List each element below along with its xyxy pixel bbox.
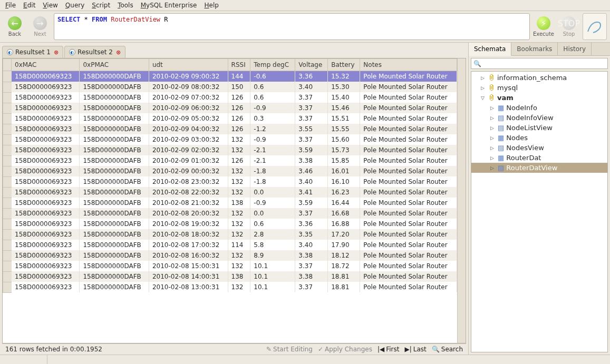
menu-query[interactable]: Query: [65, 2, 84, 9]
table-cell[interactable]: -1.8: [250, 176, 295, 187]
query-editor[interactable]: SELECT * FROM RouterDatView R: [54, 13, 530, 40]
row-selector[interactable]: [3, 92, 12, 103]
table-cell[interactable]: 158D0000069323: [12, 187, 80, 198]
table-cell[interactable]: 3.59: [295, 145, 328, 155]
table-cell[interactable]: Pole Mounted Solar Router: [360, 134, 457, 145]
row-selector[interactable]: [3, 134, 12, 145]
table-cell[interactable]: 158D0000069323: [12, 82, 80, 92]
table-cell[interactable]: Pole Mounted Solar Router: [360, 166, 457, 176]
menu-tools[interactable]: Tools: [118, 2, 133, 9]
table-cell[interactable]: 2010-02-08 22:00:32: [149, 187, 228, 198]
table-cell[interactable]: 158D0000069323: [12, 155, 80, 166]
table-cell[interactable]: 10.1: [250, 271, 295, 282]
table-cell[interactable]: 2010-02-08 18:00:32: [149, 229, 228, 240]
column-header[interactable]: 0xMAC: [12, 59, 80, 71]
table-cell[interactable]: 158D000000DAFB: [80, 261, 149, 271]
menu-file[interactable]: File: [5, 2, 16, 9]
table-cell[interactable]: 17.90: [328, 240, 360, 250]
row-selector[interactable]: [3, 145, 12, 155]
table-cell[interactable]: 158D0000069323: [12, 240, 80, 250]
table-cell[interactable]: 126: [228, 113, 250, 124]
table-cell[interactable]: -2.1: [250, 155, 295, 166]
table-cell[interactable]: 0.0: [250, 208, 295, 219]
table-cell[interactable]: 158D0000069323: [12, 71, 80, 82]
table-cell[interactable]: 15.73: [328, 145, 360, 155]
table-cell[interactable]: 158D000000DAFB: [80, 92, 149, 103]
table-cell[interactable]: Pole Mounted Solar Router: [360, 240, 457, 250]
table-row[interactable]: 158D0000069323158D000000DAFB2010-02-09 0…: [3, 145, 457, 155]
table-cell[interactable]: Pole Mounted Solar Router: [360, 250, 457, 261]
row-selector[interactable]: [3, 229, 12, 240]
table-cell[interactable]: 15.51: [328, 113, 360, 124]
table-cell[interactable]: 15.40: [328, 92, 360, 103]
table-cell[interactable]: 2010-02-09 01:00:32: [149, 155, 228, 166]
table-cell[interactable]: 126: [228, 92, 250, 103]
table-cell[interactable]: 132: [228, 282, 250, 292]
table-cell[interactable]: 158D000000DAFB: [80, 113, 149, 124]
table-row[interactable]: 158D0000069323158D000000DAFB2010-02-08 1…: [3, 282, 457, 292]
table-cell[interactable]: 17.20: [328, 229, 360, 240]
table-cell[interactable]: 158D000000DAFB: [80, 187, 149, 198]
table-cell[interactable]: 158D0000069323: [12, 92, 80, 103]
menu-view[interactable]: View: [43, 2, 57, 9]
back-button[interactable]: ← Back: [3, 13, 26, 40]
table-row[interactable]: 158D0000069323158D000000DAFB2010-02-08 1…: [3, 229, 457, 240]
table-row[interactable]: 158D0000069323158D000000DAFB2010-02-09 0…: [3, 92, 457, 103]
stop-button[interactable]: STOP Stop: [557, 13, 580, 40]
table-cell[interactable]: 16.88: [328, 219, 360, 229]
table-cell[interactable]: Pole Mounted Solar Router: [360, 271, 457, 282]
table-cell[interactable]: -1.8: [250, 166, 295, 176]
column-header[interactable]: 0xPMAC: [80, 59, 149, 71]
table-cell[interactable]: Pole Mounted Solar Router: [360, 155, 457, 166]
table-cell[interactable]: 15.55: [328, 124, 360, 134]
expand-icon[interactable]: ▽: [481, 95, 486, 101]
table-row[interactable]: 158D0000069323158D000000DAFB2010-02-08 1…: [3, 261, 457, 271]
table-cell[interactable]: 0.6: [250, 219, 295, 229]
table-row[interactable]: 158D0000069323158D000000DAFB2010-02-08 2…: [3, 176, 457, 187]
table-cell[interactable]: 132: [228, 134, 250, 145]
table-cell[interactable]: 10.1: [250, 261, 295, 271]
table-cell[interactable]: 158D0000069323: [12, 166, 80, 176]
table-cell[interactable]: 126: [228, 103, 250, 113]
table-cell[interactable]: 158D0000069323: [12, 103, 80, 113]
tree-item-nodesview[interactable]: ▷▤NodesView: [471, 143, 607, 153]
table-cell[interactable]: 15.30: [328, 82, 360, 92]
table-cell[interactable]: 15.60: [328, 134, 360, 145]
row-selector[interactable]: [3, 250, 12, 261]
table-cell[interactable]: 2010-02-08 13:00:31: [149, 282, 228, 292]
table-cell[interactable]: 3.41: [295, 187, 328, 198]
column-header[interactable]: RSSI: [228, 59, 250, 71]
tree-item-nodelistview[interactable]: ▷▤NodeListView: [471, 123, 607, 133]
table-row[interactable]: 158D0000069323158D000000DAFB2010-02-09 0…: [3, 155, 457, 166]
table-cell[interactable]: 2010-02-09 05:00:32: [149, 113, 228, 124]
table-cell[interactable]: 158D0000069323: [12, 198, 80, 208]
table-cell[interactable]: -0.9: [250, 134, 295, 145]
table-cell[interactable]: 3.36: [295, 71, 328, 82]
table-cell[interactable]: 2010-02-09 08:00:32: [149, 82, 228, 92]
last-button[interactable]: ▶| Last: [404, 346, 426, 353]
table-cell[interactable]: -0.9: [250, 103, 295, 113]
table-cell[interactable]: Pole Mounted Solar Router: [360, 92, 457, 103]
expand-icon[interactable]: ▷: [481, 75, 486, 81]
table-cell[interactable]: Pole Mounted Solar Router: [360, 282, 457, 292]
table-row[interactable]: 158D0000069323158D000000DAFB2010-02-08 1…: [3, 219, 457, 229]
search-button[interactable]: 🔍 Search: [432, 346, 463, 353]
table-cell[interactable]: 3.38: [295, 155, 328, 166]
column-header[interactable]: Voltage: [295, 59, 328, 71]
table-cell[interactable]: 158D000000DAFB: [80, 271, 149, 282]
schema-search-input[interactable]: [483, 60, 605, 67]
result-tab-2[interactable]: ◐Resultset 2 ⊗: [64, 46, 125, 58]
start-editing-button[interactable]: ✎ Start Editing: [266, 346, 313, 353]
table-cell[interactable]: Pole Mounted Solar Router: [360, 124, 457, 134]
expand-icon[interactable]: ▷: [490, 155, 496, 161]
table-cell[interactable]: 3.37: [295, 261, 328, 271]
right-tab-history[interactable]: History: [558, 43, 592, 55]
table-cell[interactable]: 158D000000DAFB: [80, 103, 149, 113]
table-cell[interactable]: 2010-02-08 19:00:32: [149, 219, 228, 229]
table-cell[interactable]: 158D0000069323: [12, 219, 80, 229]
table-cell[interactable]: 158D0000069323: [12, 145, 80, 155]
table-cell[interactable]: 158D000000DAFB: [80, 134, 149, 145]
table-row[interactable]: 158D0000069323158D000000DAFB2010-02-09 0…: [3, 124, 457, 134]
table-cell[interactable]: 3.35: [295, 229, 328, 240]
table-cell[interactable]: 0.6: [250, 92, 295, 103]
